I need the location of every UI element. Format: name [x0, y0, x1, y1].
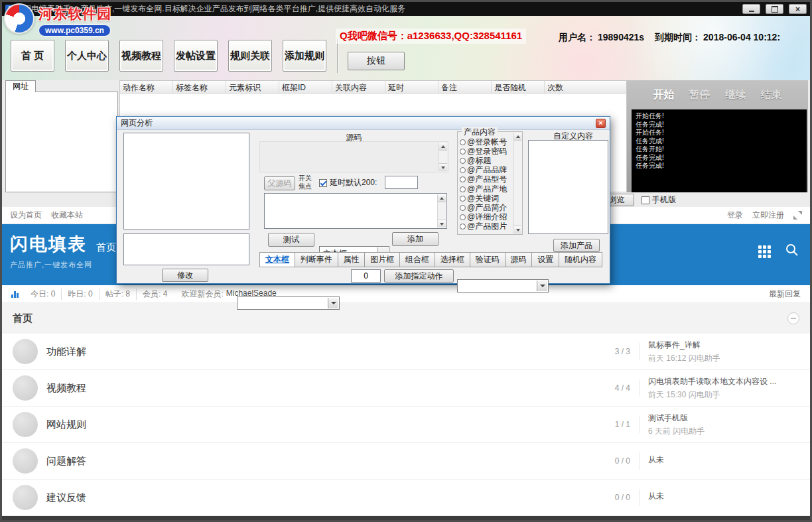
resume-button[interactable]: 继续: [725, 88, 746, 102]
product-option[interactable]: @详细介绍: [460, 213, 513, 222]
tab-judge-event[interactable]: 判断事件: [295, 252, 338, 267]
product-option[interactable]: @登录密码: [460, 147, 513, 156]
column-header: 框架ID: [279, 81, 332, 93]
collapse-section-icon[interactable]: [787, 312, 799, 324]
forum-counts: 3 / 3: [596, 347, 630, 356]
delay-default-checkbox[interactable]: 延时默认200:: [319, 177, 377, 188]
product-option[interactable]: @标题: [460, 156, 513, 165]
forum-row[interactable]: 视频教程 4 / 4 闪电填表助手读取本地文本内容设 ... 前天 15:30 …: [2, 370, 810, 407]
user-info: 用户名： 19890421s 到期时间： 2018-06-04 10:12:: [559, 32, 810, 44]
last-post-meta: 6 天前 闪电助手: [648, 426, 799, 437]
maximize-button[interactable]: [766, 4, 783, 14]
product-option[interactable]: @登录帐号: [460, 137, 513, 147]
minimize-button[interactable]: [742, 4, 760, 14]
bookmark-link[interactable]: 收藏本站: [51, 210, 83, 221]
tab-textbox[interactable]: 文本框: [259, 252, 295, 267]
set-home-link[interactable]: 设为首页: [10, 210, 42, 221]
nav-rule-link-button[interactable]: 规则关联: [228, 40, 272, 72]
dialog-close-button[interactable]: [596, 119, 606, 128]
delay-default-label: 延时默认200:: [330, 177, 377, 188]
parent-source-button[interactable]: 父源码: [264, 176, 295, 190]
nav-post-settings-button[interactable]: 发帖设置: [174, 40, 218, 72]
add-button[interactable]: 添加: [392, 232, 439, 246]
stat-posts: 帖子: 8: [99, 289, 136, 300]
product-option-label: @产品品牌: [467, 166, 507, 175]
product-option[interactable]: @产品品牌: [460, 166, 513, 175]
product-option-label: @标题: [467, 156, 491, 165]
divider: [639, 343, 640, 360]
last-post-title[interactable]: 测试手机版: [648, 413, 799, 424]
url-listbox[interactable]: [5, 92, 118, 192]
site-nav-home[interactable]: 首页: [96, 241, 116, 254]
nav-personal-button[interactable]: 个人中心: [65, 40, 109, 72]
tab-select-box[interactable]: 选择框: [435, 252, 470, 267]
contact-text: Q我吧微信号：a1236633,QQ:328541161: [336, 29, 526, 44]
forum-row[interactable]: 问题解答 0 / 0 从未: [2, 443, 810, 480]
horizontal-scrollbar[interactable]: [2, 516, 810, 520]
action-dropdown[interactable]: [237, 296, 340, 310]
register-link[interactable]: 立即注册: [752, 210, 784, 221]
log-line: 任务开始!: [636, 145, 803, 154]
selected-element-box[interactable]: [123, 233, 249, 265]
pause-button[interactable]: 暂停: [689, 88, 710, 102]
tab-combo-box[interactable]: 组合框: [399, 252, 435, 267]
product-group-title: 产品内容: [462, 127, 498, 138]
product-option[interactable]: @产品简介: [460, 203, 513, 212]
last-post-title[interactable]: 鼠标事件_详解: [648, 340, 799, 351]
url-tab[interactable]: 网址: [5, 80, 36, 92]
product-option[interactable]: @产品图片: [460, 222, 513, 231]
test-button[interactable]: 按钮: [348, 52, 405, 70]
window-titlebar[interactable]: --闪电填表助手>>产品推广,一键发布全网.目标解决企业产品发布到网络各类平台推…: [2, 2, 810, 16]
tab-settings[interactable]: 设置: [531, 252, 559, 267]
delay-value-input[interactable]: [385, 176, 418, 189]
product-option[interactable]: @产品型号: [460, 175, 513, 184]
tab-random-content[interactable]: 随机内容: [559, 252, 602, 267]
element-listbox[interactable]: [123, 133, 249, 229]
modify-button[interactable]: 修改: [162, 269, 208, 282]
start-button[interactable]: 开始: [653, 88, 675, 102]
login-link[interactable]: 登录: [727, 210, 743, 221]
log-line: 任务完成!: [636, 154, 803, 163]
watermark-site-url: www.pc0359.cn: [38, 25, 111, 36]
forum-row[interactable]: 建议反馈 0 / 0 从未: [2, 480, 810, 516]
search-icon[interactable]: [785, 243, 799, 257]
action-table-header: 动作名称 标签名称 元素标识 框架ID 关联内容 延时 备注 是否随机 次数: [120, 81, 626, 94]
last-post-meta: 前天 15:30 闪电助手: [648, 389, 799, 401]
add-product-button[interactable]: 添加产品: [553, 239, 600, 252]
product-dropdown-value: [458, 280, 548, 281]
nav-video-button[interactable]: 视频教程: [119, 40, 163, 72]
dialog-titlebar[interactable]: 网页分析: [117, 117, 610, 130]
scrollbar[interactable]: [513, 133, 521, 233]
tab-image-box[interactable]: 图片框: [364, 252, 400, 267]
product-dropdown[interactable]: [457, 279, 549, 293]
scrollbar[interactable]: [437, 194, 446, 228]
task-log-console: 开始任务! 任务完成! 开始任务! 任务完成! 任务开始! 任务完成! 任务完成…: [632, 109, 807, 192]
forum-row[interactable]: 网站规则 1 / 1 测试手机版 6 天前 闪电助手: [2, 407, 810, 443]
last-post-title[interactable]: 闪电填表助手读取本地文本内容设 ...: [648, 376, 799, 387]
product-option[interactable]: @产品产地: [460, 184, 513, 194]
nav-home-button[interactable]: 首 页: [11, 40, 54, 72]
fullscreen-icon[interactable]: [793, 211, 802, 220]
latest-replies-link[interactable]: 最新回复: [769, 289, 801, 300]
forum-row[interactable]: 功能详解 3 / 3 鼠标事件_详解 前天 16:12 闪电助手: [2, 334, 810, 370]
scrollbar[interactable]: [439, 143, 447, 171]
stop-button[interactable]: 结束: [761, 88, 782, 102]
custom-content-box[interactable]: [528, 140, 608, 234]
test-element-button[interactable]: 测试: [268, 233, 314, 247]
mobile-version-checkbox[interactable]: 手机版: [642, 194, 676, 206]
tab-captcha[interactable]: 验证码: [470, 252, 506, 267]
product-option[interactable]: @关键词: [460, 194, 513, 203]
add-specified-action-button[interactable]: 添加指定动作: [384, 269, 454, 283]
tab-attribute[interactable]: 属性: [338, 252, 366, 267]
chevron-down-icon[interactable]: [328, 298, 338, 308]
product-option-list: @登录帐号 @登录密码 @标题 @产品品牌 @产品型号 @产品产地 @关键词 @…: [460, 137, 513, 233]
source-textarea[interactable]: [264, 193, 447, 229]
forum-avatar: [13, 375, 38, 401]
tab-source[interactable]: 源码: [505, 252, 533, 267]
count-input[interactable]: [351, 269, 381, 283]
nav-add-rule-button[interactable]: 添加规则: [283, 40, 326, 72]
close-button[interactable]: [789, 4, 807, 14]
site-logo[interactable]: 闪电填表 产品推广,一键发布全网: [10, 232, 92, 270]
chevron-down-icon[interactable]: [537, 281, 547, 291]
grid-menu-icon[interactable]: [758, 245, 771, 258]
